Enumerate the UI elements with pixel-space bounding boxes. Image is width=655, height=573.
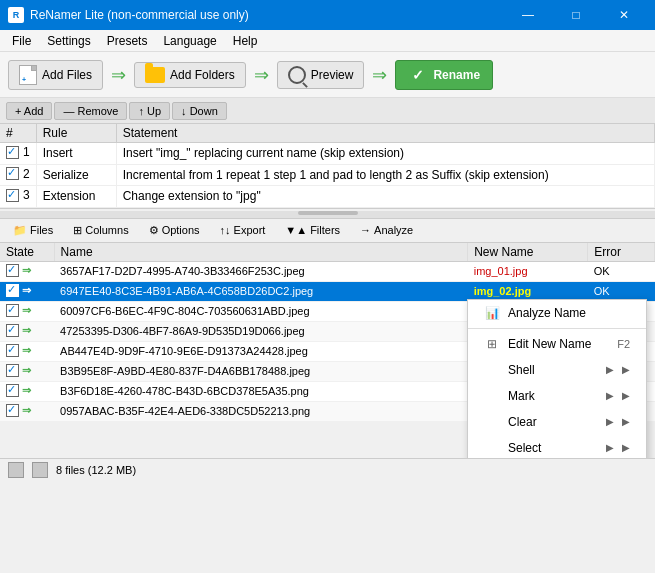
- tab-export[interactable]: ↑↓Export: [211, 221, 275, 239]
- arrow-icon-1: ⇒: [107, 64, 130, 86]
- submenu-arrow-icon: ▶: [606, 416, 614, 427]
- status-icon-1[interactable]: [8, 462, 24, 478]
- empty-icon: [484, 414, 500, 430]
- col-header-rule: Rule: [36, 124, 116, 143]
- ctx-item-label: Mark: [508, 389, 598, 403]
- context-menu-item-clear[interactable]: Clear ▶: [468, 409, 646, 435]
- rule-num: 1: [0, 143, 36, 165]
- tab-files[interactable]: 📁Files: [4, 221, 62, 240]
- ctx-separator: [468, 328, 646, 329]
- remove-rule-button[interactable]: — Remove: [54, 102, 127, 120]
- tab-columns[interactable]: ⊞Columns: [64, 221, 137, 240]
- file-state: ⇒: [0, 401, 54, 421]
- arrow-icon-2: ⇒: [250, 64, 273, 86]
- col-error: Error: [588, 243, 655, 262]
- status-text: 8 files (12.2 MB): [56, 464, 136, 476]
- table-row[interactable]: 3 Extension Change extension to "jpg": [0, 186, 655, 208]
- table-row[interactable]: 2 Serialize Incremental from 1 repeat 1 …: [0, 164, 655, 186]
- table-row[interactable]: 1 Insert Insert "img_" replacing current…: [0, 143, 655, 165]
- menu-item-language[interactable]: Language: [155, 32, 224, 50]
- status-bar: 8 files (12.2 MB): [0, 458, 655, 482]
- preview-button[interactable]: Preview: [277, 61, 365, 89]
- empty-icon: [484, 388, 500, 404]
- rule-num: 2: [0, 164, 36, 186]
- status-icon-2[interactable]: [32, 462, 48, 478]
- menu-item-settings[interactable]: Settings: [39, 32, 98, 50]
- rule-name: Insert: [36, 143, 116, 165]
- context-menu: 📊 Analyze Name ⊞ Edit New Name F2 Shell …: [467, 299, 647, 458]
- scroll-handle: [298, 211, 358, 215]
- ctx-item-shortcut: F2: [617, 338, 630, 350]
- remove-rule-label: — Remove: [63, 105, 118, 117]
- add-folders-button[interactable]: Add Folders: [134, 62, 246, 88]
- file-name: 0957ABAC-B35F-42E4-AED6-338DC5D52213.png: [54, 401, 468, 421]
- tab-analyze[interactable]: →Analyze: [351, 221, 422, 239]
- file-name: 47253395-D306-4BF7-86A9-9D535D19D066.jpe…: [54, 321, 468, 341]
- window-controls: — □ ✕: [505, 0, 647, 30]
- analyze-icon: 📊: [484, 305, 500, 321]
- rule-statement: Insert "img_" replacing current name (sk…: [116, 143, 654, 165]
- file-state: ⇒: [0, 361, 54, 381]
- check-icon: ✓: [408, 65, 428, 85]
- col-state: State: [0, 243, 54, 262]
- magnifier-icon: [288, 66, 306, 84]
- rename-button[interactable]: ✓ Rename: [395, 60, 493, 90]
- file-name: 60097CF6-B6EC-4F9C-804C-703560631ABD.jpe…: [54, 301, 468, 321]
- tab-filters[interactable]: ▼▲Filters: [276, 221, 349, 239]
- context-menu-item-mark[interactable]: Mark ▶: [468, 383, 646, 409]
- file-error: OK: [588, 261, 655, 281]
- title-bar: R ReNamer Lite (non-commercial use only)…: [0, 0, 655, 30]
- add-folders-label: Add Folders: [170, 68, 235, 82]
- file-state: ⇒: [0, 321, 54, 341]
- page-icon: +: [19, 65, 37, 85]
- add-rule-button[interactable]: + Add: [6, 102, 52, 120]
- add-rule-label: + Add: [15, 105, 43, 117]
- list-item[interactable]: ⇒ 3657AF17-D2D7-4995-A740-3B33466F253C.j…: [0, 261, 655, 281]
- file-name: 6947EE40-8C3E-4B91-AB6A-4C658BD26DC2.jpe…: [54, 281, 468, 301]
- menu-bar: FileSettingsPresetsLanguageHelp: [0, 30, 655, 52]
- file-state: ⇒: [0, 341, 54, 361]
- file-state: ⇒: [0, 381, 54, 401]
- files-tabs: 📁Files⊞Columns⚙Options↑↓Export▼▲Filters→…: [0, 219, 655, 243]
- rules-section: # Rule Statement 1 Insert Insert "img_" …: [0, 124, 655, 209]
- file-name: B3B95E8F-A9BD-4E80-837F-D4A6BB178488.jpe…: [54, 361, 468, 381]
- menu-item-file[interactable]: File: [4, 32, 39, 50]
- down-rule-label: ↓ Down: [181, 105, 218, 117]
- file-state: ⇒: [0, 261, 54, 281]
- ctx-item-label: Analyze Name: [508, 306, 630, 320]
- empty-icon: [484, 362, 500, 378]
- context-menu-item-edit-new-name[interactable]: ⊞ Edit New Name F2: [468, 331, 646, 357]
- folder-icon: [145, 67, 165, 83]
- col-header-num: #: [0, 124, 36, 143]
- menu-item-help[interactable]: Help: [225, 32, 266, 50]
- col-header-statement: Statement: [116, 124, 654, 143]
- app-icon: R: [8, 7, 24, 23]
- submenu-arrow-icon: ▶: [606, 442, 614, 453]
- file-state: ⇒: [0, 301, 54, 321]
- up-rule-button[interactable]: ↑ Up: [129, 102, 170, 120]
- add-files-button[interactable]: + Add Files: [8, 60, 103, 90]
- context-menu-item-select[interactable]: Select ▶: [468, 435, 646, 458]
- minimize-button[interactable]: —: [505, 0, 551, 30]
- rule-statement: Incremental from 1 repeat 1 step 1 and p…: [116, 164, 654, 186]
- up-rule-label: ↑ Up: [138, 105, 161, 117]
- down-rule-button[interactable]: ↓ Down: [172, 102, 227, 120]
- col-name: Name: [54, 243, 468, 262]
- files-list-container: State Name New Name Error ⇒ 3657AF17-D2D…: [0, 243, 655, 458]
- empty-icon: [484, 440, 500, 456]
- context-menu-item-analyze-name[interactable]: 📊 Analyze Name: [468, 300, 646, 326]
- main-toolbar: + Add Files ⇒ Add Folders ⇒ Preview ⇒ ✓ …: [0, 52, 655, 98]
- maximize-button[interactable]: □: [553, 0, 599, 30]
- submenu-arrow-icon: ▶: [606, 364, 614, 375]
- rule-name: Extension: [36, 186, 116, 208]
- file-state: ⇒: [0, 281, 54, 301]
- col-newname: New Name: [468, 243, 588, 262]
- submenu-arrow-icon: ▶: [606, 390, 614, 401]
- file-new-name: img_01.jpg: [468, 261, 588, 281]
- menu-item-presets[interactable]: Presets: [99, 32, 156, 50]
- file-name: AB447E4D-9D9F-4710-9E6E-D91373A24428.jpe…: [54, 341, 468, 361]
- context-menu-item-shell[interactable]: Shell ▶: [468, 357, 646, 383]
- tab-options[interactable]: ⚙Options: [140, 221, 209, 240]
- ctx-item-label: Edit New Name: [508, 337, 609, 351]
- close-button[interactable]: ✕: [601, 0, 647, 30]
